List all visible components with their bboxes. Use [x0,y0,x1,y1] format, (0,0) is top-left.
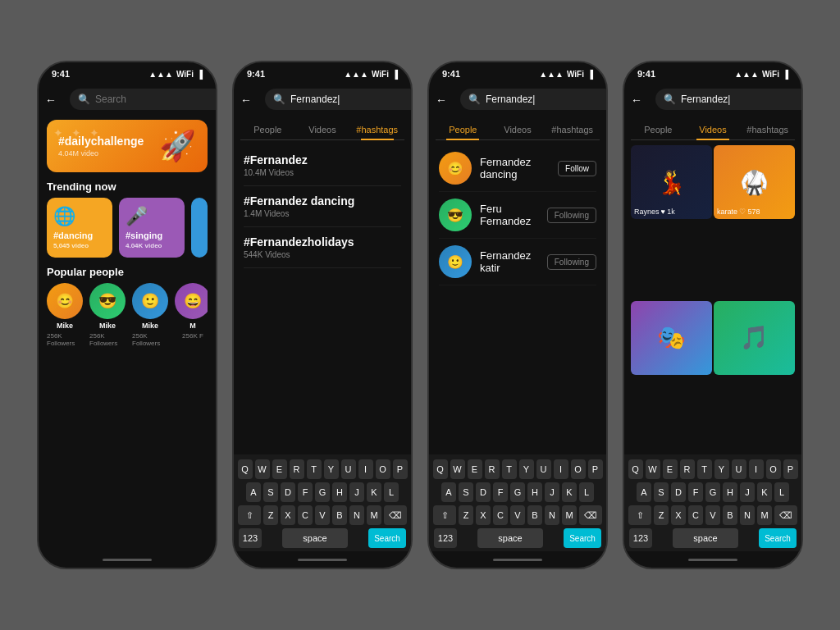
k4-H[interactable]: H [723,482,737,502]
person-mike-3[interactable]: 🙂 Mike 256K Followers [132,283,168,347]
k3-K[interactable]: K [562,482,577,502]
k4-S[interactable]: S [654,482,669,502]
trend-singing[interactable]: 🎤 #singing 4.04K video [119,198,185,258]
search-input-1[interactable] [95,94,217,105]
follow-btn-1[interactable]: Follow [558,161,596,176]
hashtag-item-1[interactable]: #Fernandez 10.4M Videos [244,145,401,186]
k3-B[interactable]: B [527,505,542,525]
k4-V[interactable]: V [705,505,720,525]
k4-Y[interactable]: Y [714,459,729,479]
k3-A[interactable]: A [441,482,456,502]
k4-B[interactable]: B [723,505,737,525]
k3-delete[interactable]: ⌫ [579,505,602,525]
key-W[interactable]: W [255,459,270,479]
following-btn-3[interactable]: Following [547,254,596,270]
k3-space[interactable]: space [477,528,543,548]
k3-123[interactable]: 123 [434,528,457,548]
k3-shift[interactable]: ⇧ [433,505,456,525]
k3-Q[interactable]: Q [433,459,448,479]
k4-D[interactable]: D [671,482,686,502]
k4-123[interactable]: 123 [629,528,652,548]
search-key-4[interactable]: Search [759,528,797,548]
k4-shift[interactable]: ⇧ [628,505,651,525]
tab-videos-3[interactable]: Videos [491,120,546,139]
video-thumb-4[interactable]: 🎵 [714,301,795,375]
tab-people-2[interactable]: People [240,120,295,139]
tab-people-4[interactable]: People [631,120,686,139]
key-L[interactable]: L [384,482,399,502]
video-thumb-1[interactable]: 💃 Raynes ♥ 1k [631,145,712,219]
k4-C[interactable]: C [688,505,703,525]
search-key-3[interactable]: Search [564,528,601,548]
key-K[interactable]: K [367,482,381,502]
tab-hashtags-4[interactable]: #hashtags [740,120,795,139]
k4-L[interactable]: L [774,482,789,502]
key-R[interactable]: R [290,459,304,479]
key-Q[interactable]: Q [238,459,253,479]
key-shift-2[interactable]: ⇧ [238,505,261,525]
k3-O[interactable]: O [571,459,586,479]
trend-dancing[interactable]: 🌐 #dancing 5,045 video [47,198,112,258]
key-C[interactable]: C [298,505,313,525]
k3-S[interactable]: S [459,482,473,502]
search-bar-3[interactable]: 🔍 ✕ [460,89,608,110]
tab-hashtags-3[interactable]: #hashtags [545,120,600,139]
tab-hashtags-2[interactable]: #hashtags [349,120,404,139]
k3-V[interactable]: V [510,505,525,525]
k4-T[interactable]: T [697,459,712,479]
key-123-2[interactable]: 123 [239,528,262,548]
k4-K[interactable]: K [757,482,772,502]
k4-Z[interactable]: Z [654,505,669,525]
hashtag-item-2[interactable]: #Fernandez dancing 1.4M Videos [244,186,401,227]
key-G[interactable]: G [315,482,330,502]
video-thumb-3[interactable]: 🎭 [631,301,712,375]
tab-videos-4[interactable]: Videos [686,120,741,139]
k4-G[interactable]: G [705,482,720,502]
key-D[interactable]: D [281,482,295,502]
key-J[interactable]: J [349,482,364,502]
video-thumb-2[interactable]: 🥋 karate ♡ 578 [714,145,795,219]
k3-W[interactable]: W [450,459,465,479]
key-O[interactable]: O [376,459,390,479]
k3-J[interactable]: J [545,482,559,502]
k3-X[interactable]: X [476,505,491,525]
key-E[interactable]: E [272,459,287,479]
search-bar-1[interactable]: 🔍 [70,89,217,110]
k4-F[interactable]: F [688,482,703,502]
person-result-2[interactable]: 😎 Feru Fernandez Following [439,192,596,239]
key-H[interactable]: H [332,482,347,502]
key-X[interactable]: X [281,505,295,525]
tab-people-3[interactable]: People [436,120,491,139]
k4-A[interactable]: A [637,482,651,502]
k4-space[interactable]: space [673,528,738,548]
k3-I[interactable]: I [554,459,568,479]
search-input-2[interactable] [290,94,413,105]
key-U[interactable]: U [341,459,356,479]
search-input-3[interactable] [486,94,608,105]
key-F[interactable]: F [298,482,313,502]
k3-F[interactable]: F [493,482,508,502]
k3-P[interactable]: P [588,459,603,479]
k4-J[interactable]: J [740,482,755,502]
k4-X[interactable]: X [671,505,686,525]
person-mike-2[interactable]: 😎 Mike 256K Followers [89,283,126,347]
k4-M[interactable]: M [757,505,772,525]
person-mike-1[interactable]: 😊 Mike 256K Followers [47,283,83,347]
search-bar-2[interactable]: 🔍 ✕ [265,89,413,110]
back-arrow-4[interactable]: ← [631,94,642,107]
person-result-3[interactable]: 🙂 Fernandez katir Following [439,239,596,285]
k4-delete[interactable]: ⌫ [774,505,797,525]
key-S[interactable]: S [263,482,278,502]
hashtag-item-3[interactable]: #Fernandezholidays 544K Videos [244,227,401,268]
key-delete-2[interactable]: ⌫ [384,505,407,525]
k4-W[interactable]: W [646,459,660,479]
k3-L[interactable]: L [579,482,594,502]
k3-N[interactable]: N [545,505,559,525]
person-mike-4[interactable]: 😄 M 256K F [175,283,208,347]
k4-O[interactable]: O [766,459,781,479]
k3-U[interactable]: U [536,459,551,479]
k4-Q[interactable]: Q [628,459,643,479]
key-N[interactable]: N [349,505,364,525]
key-Z[interactable]: Z [263,505,278,525]
k4-N[interactable]: N [740,505,755,525]
